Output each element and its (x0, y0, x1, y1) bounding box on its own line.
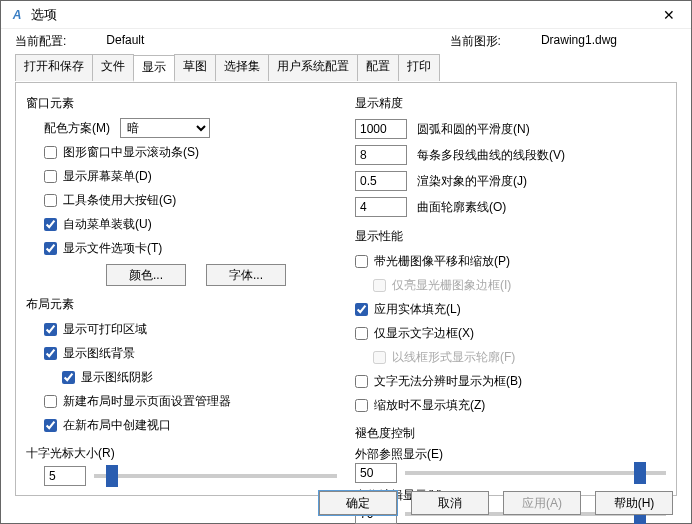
paperbg-label: 显示图纸背景 (63, 345, 135, 362)
fonts-button[interactable]: 字体... (206, 264, 286, 286)
render-label: 渲染对象的平滑度(J) (417, 173, 527, 190)
papershadow-checkbox[interactable] (62, 371, 75, 384)
tab-sketch[interactable]: 草图 (174, 54, 216, 81)
ok-button[interactable]: 确定 (319, 491, 397, 515)
tab-user-sys[interactable]: 用户系统配置 (268, 54, 358, 81)
dialog-buttons: 确定 取消 应用(A) 帮助(H) (319, 491, 673, 515)
xref-slider[interactable] (405, 471, 666, 475)
seg-label: 每条多段线曲线的线段数(V) (417, 147, 565, 164)
autoload-checkbox[interactable] (44, 218, 57, 231)
papershadow-label: 显示图纸阴影 (81, 369, 153, 386)
tab-open-save[interactable]: 打开和保存 (15, 54, 93, 81)
color-scheme-select[interactable]: 暗 (120, 118, 210, 138)
left-column: 窗口元素 配色方案(M) 暗 图形窗口中显示滚动条(S) 显示屏幕菜单(D) 工… (26, 91, 337, 487)
tab-profiles[interactable]: 配置 (357, 54, 399, 81)
performance-title: 显示性能 (355, 228, 666, 245)
color-scheme-label: 配色方案(M) (44, 120, 110, 137)
crosshair-title: 十字光标大小(R) (26, 445, 337, 462)
surf-input[interactable] (355, 197, 407, 217)
screenmenu-label: 显示屏幕菜单(D) (63, 168, 152, 185)
options-dialog: A 选项 ✕ 当前配置: Default 当前图形: Drawing1.dwg … (0, 0, 692, 524)
xref-input[interactable] (355, 463, 397, 483)
filetab-checkbox[interactable] (44, 242, 57, 255)
raster-checkbox[interactable] (355, 255, 368, 268)
wire-disabled-label: 以线框形式显示轮廓(F) (392, 349, 515, 366)
frame-disabled-label: 仅亮显光栅图象边框(I) (392, 277, 511, 294)
tab-selection[interactable]: 选择集 (215, 54, 269, 81)
pagemgr-label: 新建布局时显示页面设置管理器 (63, 393, 231, 410)
textframe-checkbox[interactable] (355, 327, 368, 340)
config-row: 当前配置: Default 当前图形: Drawing1.dwg (1, 29, 691, 52)
titlebar: A 选项 ✕ (1, 1, 691, 29)
window-title: 选项 (31, 6, 655, 24)
fade-title: 褪色度控制 (355, 425, 666, 442)
pagemgr-checkbox[interactable] (44, 395, 57, 408)
seg-input[interactable] (355, 145, 407, 165)
viewport-label: 在新布局中创建视口 (63, 417, 171, 434)
current-config-label: 当前配置: (15, 33, 66, 50)
render-input[interactable] (355, 171, 407, 191)
wire-disabled-checkbox (373, 351, 386, 364)
tab-print[interactable]: 打印 (398, 54, 440, 81)
surf-label: 曲面轮廓素线(O) (417, 199, 506, 216)
raster-label: 带光栅图像平移和缩放(P) (374, 253, 510, 270)
printable-checkbox[interactable] (44, 323, 57, 336)
right-column: 显示精度 圆弧和圆的平滑度(N) 每条多段线曲线的线段数(V) 渲染对象的平滑度… (355, 91, 666, 487)
arc-label: 圆弧和圆的平滑度(N) (417, 121, 530, 138)
frameonly-checkbox[interactable] (355, 375, 368, 388)
solidfill-label: 应用实体填充(L) (374, 301, 461, 318)
tab-panel: 窗口元素 配色方案(M) 暗 图形窗口中显示滚动条(S) 显示屏幕菜单(D) 工… (15, 82, 677, 496)
printable-label: 显示可打印区域 (63, 321, 147, 338)
nofill-checkbox[interactable] (355, 399, 368, 412)
crosshair-input[interactable] (44, 466, 86, 486)
help-button[interactable]: 帮助(H) (595, 491, 673, 515)
filetab-label: 显示文件选项卡(T) (63, 240, 162, 257)
window-elements-title: 窗口元素 (26, 95, 337, 112)
cancel-button[interactable]: 取消 (411, 491, 489, 515)
textframe-label: 仅显示文字边框(X) (374, 325, 474, 342)
precision-title: 显示精度 (355, 95, 666, 112)
tab-strip: 打开和保存 文件 显示 草图 选择集 用户系统配置 配置 打印 (1, 54, 691, 82)
current-config-value: Default (106, 33, 144, 50)
layout-elements-title: 布局元素 (26, 296, 337, 313)
solidfill-checkbox[interactable] (355, 303, 368, 316)
colors-button[interactable]: 颜色... (106, 264, 186, 286)
largebtn-checkbox[interactable] (44, 194, 57, 207)
frameonly-label: 文字无法分辨时显示为框(B) (374, 373, 522, 390)
arc-input[interactable] (355, 119, 407, 139)
xref-label: 外部参照显示(E) (355, 446, 666, 463)
scrollbar-checkbox[interactable] (44, 146, 57, 159)
nofill-label: 缩放时不显示填充(Z) (374, 397, 485, 414)
screenmenu-checkbox[interactable] (44, 170, 57, 183)
scrollbar-label: 图形窗口中显示滚动条(S) (63, 144, 199, 161)
largebtn-label: 工具条使用大按钮(G) (63, 192, 176, 209)
tab-display[interactable]: 显示 (133, 55, 175, 82)
current-drawing-label: 当前图形: (450, 33, 501, 50)
current-drawing-value: Drawing1.dwg (541, 33, 617, 50)
app-icon: A (9, 7, 25, 23)
apply-button[interactable]: 应用(A) (503, 491, 581, 515)
autoload-label: 自动菜单装载(U) (63, 216, 152, 233)
crosshair-slider[interactable] (94, 474, 337, 478)
tab-files[interactable]: 文件 (92, 54, 134, 81)
viewport-checkbox[interactable] (44, 419, 57, 432)
paperbg-checkbox[interactable] (44, 347, 57, 360)
close-icon[interactable]: ✕ (655, 1, 683, 29)
frame-disabled-checkbox (373, 279, 386, 292)
